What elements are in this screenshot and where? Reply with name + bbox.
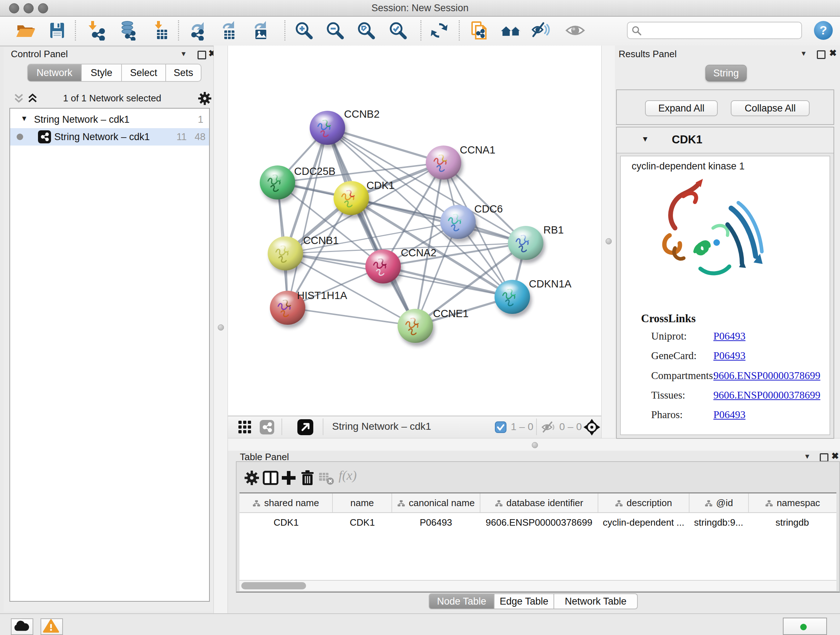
left-splitter[interactable] <box>213 46 228 613</box>
scrollbar-thumb[interactable] <box>241 582 306 589</box>
network-node[interactable] <box>260 165 295 200</box>
birdseye-grid-icon[interactable] <box>238 420 252 434</box>
crosshair-icon[interactable] <box>583 418 600 436</box>
network-edge[interactable] <box>287 308 415 326</box>
tab-network-table[interactable]: Network Table <box>554 593 638 609</box>
zoom-fit-content-button[interactable] <box>356 20 376 41</box>
collapse-all-networks-icon[interactable] <box>13 93 25 104</box>
crosslink-link[interactable]: P06493 <box>714 330 745 342</box>
float-panel-icon[interactable] <box>820 453 829 462</box>
table-row[interactable]: CDK1 CDK1 P06493 9606.ENSP00000378699 cy… <box>240 513 836 532</box>
warning-button[interactable] <box>41 618 63 635</box>
splitter-handle-icon[interactable] <box>218 325 224 331</box>
network-row[interactable]: String Network – cdk1 11 48 <box>10 128 209 146</box>
network-view-canvas[interactable]: CCNB2CCNA1CDC25BCDK1CDC6RB1CCNB1CCNA2CDK… <box>228 46 601 416</box>
svg-text:?: ? <box>820 23 827 37</box>
export-table-button[interactable] <box>220 20 240 41</box>
expand-all-networks-icon[interactable] <box>27 93 38 104</box>
cell-id[interactable]: stringdb:9... <box>689 513 748 532</box>
network-node[interactable] <box>398 309 433 343</box>
bottom-splitter[interactable] <box>228 438 840 452</box>
crosslink-link[interactable]: 9606.ENSP00000378699 <box>714 370 821 382</box>
splitter-handle-icon[interactable] <box>606 238 612 244</box>
import-network-from-file-button[interactable] <box>87 20 107 41</box>
tab-network[interactable]: Network <box>27 64 82 82</box>
network-node[interactable] <box>494 280 530 314</box>
add-column-icon[interactable] <box>281 470 297 486</box>
external-link-button[interactable] <box>297 419 313 435</box>
collapse-collection-icon[interactable]: ▼ <box>21 114 28 123</box>
tab-string[interactable]: String <box>706 65 747 81</box>
expand-all-button[interactable]: Expand All <box>645 100 718 116</box>
refresh-layout-button[interactable] <box>429 20 449 41</box>
column-header-canonical-name[interactable]: canonical name <box>392 494 480 512</box>
network-node[interactable] <box>508 226 543 260</box>
cell-database-identifier[interactable]: 9606.ENSP00000378699 <box>480 513 598 532</box>
column-header-namespace[interactable]: namespac <box>749 494 836 512</box>
search-input[interactable] <box>644 23 797 37</box>
network-edge[interactable] <box>327 128 444 163</box>
export-network-button[interactable] <box>189 20 209 41</box>
network-node[interactable] <box>333 181 369 215</box>
gear-icon[interactable] <box>197 91 212 106</box>
hide-selected-button[interactable] <box>531 20 551 41</box>
close-panel-icon[interactable]: ✖ <box>831 451 839 461</box>
toolbar-separator <box>459 20 460 41</box>
first-neighbors-button[interactable] <box>501 20 521 41</box>
zoom-in-button[interactable] <box>294 20 314 41</box>
collapse-panel-icon[interactable]: ▼ <box>800 50 807 57</box>
import-network-from-database-button[interactable] <box>118 20 138 41</box>
zoom-out-button[interactable] <box>325 20 345 41</box>
memory-button[interactable]: Memory <box>783 618 827 635</box>
float-panel-icon[interactable] <box>817 50 826 59</box>
crosslink-link[interactable]: P06493 <box>714 350 745 362</box>
tab-node-table[interactable]: Node Table <box>429 593 494 609</box>
clone-network-button[interactable] <box>470 20 490 41</box>
help-button[interactable]: ? <box>813 21 833 40</box>
cell-shared-name[interactable]: CDK1 <box>240 513 333 532</box>
cell-canonical-name[interactable]: P06493 <box>392 513 480 532</box>
tab-edge-table[interactable]: Edge Table <box>494 593 554 609</box>
gear-icon[interactable] <box>244 470 260 486</box>
crosslink-link[interactable]: 9606.ENSP00000378699 <box>714 389 821 401</box>
columns-icon[interactable] <box>263 470 279 486</box>
delete-column-icon[interactable] <box>300 470 316 486</box>
collapse-all-button[interactable]: Collapse All <box>731 100 810 116</box>
collapse-panel-icon[interactable]: ▼ <box>804 453 811 461</box>
column-header-name[interactable]: name <box>333 494 392 512</box>
cell-name[interactable]: CDK1 <box>333 513 392 532</box>
export-image-button[interactable] <box>251 20 271 41</box>
cell-description[interactable]: cyclin-dependent ... <box>598 513 689 532</box>
crosslink-link[interactable]: P06493 <box>714 409 745 421</box>
zoom-selected-button[interactable] <box>388 20 408 41</box>
save-session-button[interactable] <box>47 20 67 41</box>
column-header-shared-name[interactable]: shared name <box>240 494 333 512</box>
tab-sets[interactable]: Sets <box>166 64 202 82</box>
collapse-panel-icon[interactable]: ▼ <box>180 50 187 58</box>
cloud-button[interactable] <box>11 618 33 635</box>
import-table-from-file-button[interactable] <box>151 20 172 41</box>
horizontal-scrollbar[interactable] <box>240 580 836 591</box>
selected-checkbox-icon[interactable] <box>495 421 507 433</box>
network-node[interactable] <box>365 249 401 283</box>
search-box[interactable] <box>627 22 802 39</box>
gene-section-header[interactable]: ▼ CDK1 <box>617 127 834 154</box>
network-collection-row[interactable]: ▼ String Network – cdk1 1 <box>10 111 209 128</box>
tab-style[interactable]: Style <box>82 64 122 82</box>
column-header-database-identifier[interactable]: database identifier <box>480 494 598 512</box>
float-panel-icon[interactable] <box>197 51 206 59</box>
network-node[interactable] <box>309 111 345 145</box>
cell-namespace[interactable]: stringdb <box>748 513 836 532</box>
close-panel-icon[interactable]: ✖ <box>829 48 837 58</box>
right-splitter[interactable] <box>601 46 616 438</box>
show-graphics-details-button[interactable] <box>565 20 585 41</box>
tab-select[interactable]: Select <box>122 64 166 82</box>
splitter-handle-icon[interactable] <box>532 442 538 448</box>
column-header-id[interactable]: @id <box>690 494 749 512</box>
column-header-description[interactable]: description <box>598 494 690 512</box>
open-session-button[interactable] <box>15 20 35 41</box>
network-node[interactable] <box>440 205 476 239</box>
network-node[interactable] <box>268 236 303 271</box>
collapse-gene-icon[interactable]: ▼ <box>641 135 649 143</box>
network-node[interactable] <box>426 146 461 180</box>
